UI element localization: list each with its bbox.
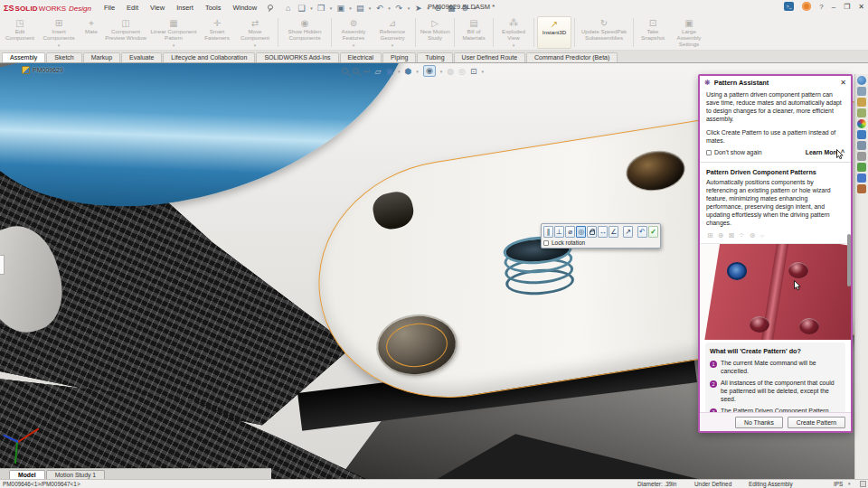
tab-evaluate[interactable]: Evaluate <box>121 52 162 62</box>
view-palette-icon[interactable] <box>857 108 866 117</box>
angle-mate-icon[interactable]: ∠ <box>609 226 618 238</box>
apply-scene-icon[interactable]: ◎ <box>458 67 466 76</box>
lock-rotation-checkbox[interactable] <box>543 240 549 246</box>
bill-of-materials-button[interactable]: ▤Bill of Materials <box>458 16 490 49</box>
tab-addins[interactable]: SOLIDWORKS Add-Ins <box>256 52 338 62</box>
perpendicular-mate-icon[interactable]: ⊥ <box>554 226 564 238</box>
user-account-icon[interactable] <box>802 2 811 11</box>
accept-icon[interactable]: ✓ <box>648 226 658 238</box>
appearances-scenes-icon[interactable] <box>857 119 866 128</box>
command-prompt-icon[interactable]: >_ <box>784 2 794 11</box>
property-tab-builder-icon[interactable] <box>857 141 866 150</box>
design-library-icon[interactable] <box>857 87 866 96</box>
take-snapshot-button[interactable]: ⊡Take Snapshot <box>637 16 669 49</box>
help-icon[interactable]: ? <box>819 3 823 11</box>
menu-insert[interactable]: Insert <box>176 4 193 12</box>
solidworks-resources-icon[interactable] <box>857 76 866 85</box>
menu-window[interactable]: Window <box>232 4 257 12</box>
exploded-view-button[interactable]: ⁂Exploded View▾ <box>496 16 531 49</box>
units-caret-icon[interactable]: ▾ <box>848 481 851 486</box>
tab-markup[interactable]: Markup <box>83 52 120 62</box>
status-tag-icon[interactable] <box>860 481 866 487</box>
tab-command-predictor[interactable]: Command Predictor (Beta) <box>526 52 618 62</box>
edit-component-button[interactable]: ◳Edit Component <box>2 16 38 49</box>
update-speedpak-button[interactable]: ↻Update SpeedPak Subassemblies <box>578 16 630 49</box>
lock-mate-icon[interactable] <box>587 226 597 238</box>
create-pattern-button[interactable]: Create Pattern <box>788 417 845 428</box>
undo-icon[interactable]: ↶ <box>637 226 647 238</box>
dropdown-caret-icon[interactable]: ▾ <box>440 69 443 74</box>
menu-file[interactable]: File <box>104 4 115 12</box>
tab-user-defined-route[interactable]: User Defined Route <box>454 52 525 62</box>
mate-button[interactable]: ⌖Mate <box>80 16 103 49</box>
reference-geometry-button[interactable]: ⊿Reference Geometry▾ <box>373 16 412 49</box>
vertical-scrollbar-thumb[interactable] <box>847 234 851 286</box>
show-hidden-components-button[interactable]: ◉Show Hidden Components <box>281 16 328 49</box>
minimize-button[interactable]: – <box>832 3 835 11</box>
status-units[interactable]: IPS <box>834 481 843 487</box>
previous-view-icon[interactable]: ↩ <box>363 67 371 76</box>
tab-sketch[interactable]: Sketch <box>46 52 81 62</box>
view-settings-icon[interactable]: ⊡ <box>470 67 477 76</box>
file-explorer-icon[interactable] <box>857 98 866 107</box>
concentric-mate-icon[interactable]: ◎ <box>576 226 586 238</box>
zoom-to-fit-icon[interactable] <box>342 68 348 74</box>
dropdown-caret-icon[interactable]: ▾ <box>416 69 419 74</box>
lock-rotation-label: Lock rotation <box>552 239 585 246</box>
insert-components-button[interactable]: ⊞Insert Components▾ <box>38 16 80 49</box>
home-icon[interactable]: ⌂ <box>283 4 293 13</box>
tools-icon[interactable] <box>857 184 866 193</box>
feature-pane-collapse-handle[interactable] <box>0 255 5 275</box>
tab-assembly[interactable]: Assembly <box>2 52 45 62</box>
dropdown-caret-icon[interactable]: ▾ <box>310 5 313 11</box>
tab-electrical[interactable]: Electrical <box>340 52 382 62</box>
parallel-mate-icon[interactable]: ∥ <box>543 226 553 238</box>
move-component-button[interactable]: ⇄Move Component▾ <box>235 16 275 49</box>
pin-menu-icon[interactable] <box>266 5 272 11</box>
dont-show-again-checkbox[interactable] <box>706 150 712 155</box>
close-button[interactable]: ✕ <box>858 3 864 11</box>
menu-tools[interactable]: Tools <box>205 4 222 12</box>
dropdown-caret-icon: ▾ <box>353 42 355 47</box>
large-assembly-settings-button[interactable]: ▣Large Assembly Settings <box>669 16 709 49</box>
assembly-features-button[interactable]: ⊚Assembly Features▾ <box>335 16 373 49</box>
tab-motion-study[interactable]: Motion Study 1 <box>46 470 105 479</box>
feature-tree-root[interactable]: PM009629 <box>22 66 63 74</box>
menu-view[interactable]: View <box>150 4 165 12</box>
restore-button[interactable]: ❐ <box>844 3 850 11</box>
add-component-icon[interactable] <box>857 174 866 183</box>
edit-appearance-icon[interactable]: ▣ <box>385 67 393 76</box>
component-preview-window-button[interactable]: ◫Component Preview Window <box>103 16 148 49</box>
custom-properties-icon[interactable] <box>857 130 866 139</box>
new-document-icon[interactable]: ❑ <box>297 4 307 13</box>
ribbon-separator <box>493 18 494 47</box>
dropdown-caret-icon[interactable]: ▾ <box>398 69 401 74</box>
close-icon[interactable]: ✕ <box>840 79 846 87</box>
hide-show-items-icon[interactable]: ◍ <box>447 67 454 76</box>
recycle-bin-icon[interactable] <box>857 152 866 161</box>
tab-lifecycle[interactable]: Lifecycle and Collaboration <box>163 52 255 62</box>
section-view-icon[interactable]: ▱ <box>375 67 382 76</box>
dropdown-caret-icon[interactable]: ▾ <box>482 69 485 74</box>
distance-mate-icon[interactable]: ↔ <box>598 226 608 238</box>
tab-tubing[interactable]: Tubing <box>417 52 452 62</box>
menu-edit[interactable]: Edit <box>127 4 138 12</box>
tangent-mate-icon[interactable]: ⌀ <box>565 226 575 238</box>
tab-piping[interactable]: Piping <box>382 52 416 62</box>
smart-fasteners-button[interactable]: ✛Smart Fasteners <box>199 16 235 49</box>
triad-z-axis <box>3 434 18 442</box>
open-document-icon[interactable]: ❒ <box>316 4 326 13</box>
view-orientation-icon[interactable]: ⬢ <box>405 67 412 76</box>
pattern-type-icon-strip: ⊞ ⊕ ⊠ ⁘ ⊛ ⌔ <box>700 228 851 244</box>
display-style-icon[interactable]: ◉ <box>423 65 436 77</box>
dropdown-caret-icon[interactable]: ▾ <box>330 5 333 11</box>
instant3d-button[interactable]: ↗Instant3D <box>537 16 571 49</box>
linear-component-pattern-button[interactable]: ▦Linear Component Pattern▾ <box>148 16 199 49</box>
new-motion-study-button[interactable]: ▷New Motion Study <box>419 16 451 49</box>
learn-more-link[interactable]: Learn More <box>806 149 839 157</box>
flip-alignment-icon[interactable]: ↗ <box>623 226 633 238</box>
no-thanks-button[interactable]: No Thanks <box>735 417 783 428</box>
tab-model[interactable]: Model <box>9 470 45 479</box>
zoom-to-area-icon[interactable] <box>353 68 359 74</box>
update-checker-icon[interactable] <box>857 163 866 172</box>
